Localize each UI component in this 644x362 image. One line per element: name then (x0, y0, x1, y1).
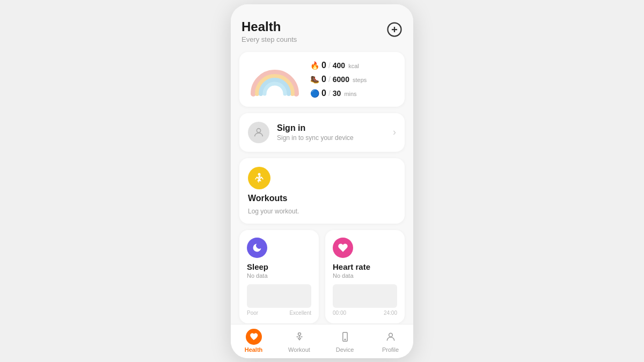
workout-card[interactable]: Workouts Log your workout. (239, 158, 405, 224)
steps-goal: 6000 (333, 75, 349, 84)
nav-item-profile[interactable]: Profile (375, 329, 407, 353)
sleep-title: Sleep (247, 262, 311, 271)
heartrate-card[interactable]: Heart rate No data 00:00 24:00 (325, 230, 405, 323)
chevron-right-icon: › (393, 127, 396, 138)
workout-title: Workouts (248, 194, 396, 203)
mins-goal: 30 (333, 89, 341, 98)
nav-item-health[interactable]: Health (238, 329, 270, 353)
svg-point-3 (257, 128, 260, 132)
health-nav-label: Health (245, 346, 263, 353)
calories-current: 0 (321, 61, 326, 70)
heartrate-title: Heart rate (333, 262, 397, 271)
heartrate-nodata: No data (333, 272, 397, 279)
sleep-chart-labels: Poor Excellent (247, 310, 311, 316)
time-icon: 🔵 (310, 89, 319, 98)
header: Health Every step counts (231, 4, 413, 52)
profile-nav-label: Profile (382, 346, 399, 353)
calories-row: 🔥 0 / 400 kcal (310, 61, 396, 70)
activity-card: 🔥 0 / 400 kcal 🥾 0 / 6000 steps 🔵 0 / (239, 52, 405, 107)
steps-current: 0 (321, 75, 326, 84)
fire-icon: 🔥 (310, 61, 319, 70)
sleep-icon-circle (247, 238, 267, 258)
device-nav-icon-wrap (337, 329, 353, 345)
nav-item-workout[interactable]: Workout (283, 329, 316, 353)
phone-container: Health Every step counts (231, 4, 413, 358)
steps-row: 🥾 0 / 6000 steps (310, 75, 396, 84)
signin-card[interactable]: Sign in Sign in to sync your device › (239, 113, 405, 152)
mins-unit: mins (344, 91, 356, 97)
heartrate-chart (333, 284, 397, 308)
sleep-nodata: No data (247, 272, 311, 279)
heartrate-label-start: 00:00 (333, 310, 346, 316)
health-icon (248, 331, 259, 342)
header-text: Health Every step counts (241, 19, 297, 43)
workout-subtitle: Log your workout. (248, 208, 396, 215)
heartrate-chart-labels: 00:00 24:00 (333, 310, 397, 316)
signin-text: Sign in Sign in to sync your device (277, 123, 385, 142)
signin-subtitle: Sign in to sync your device (277, 134, 385, 142)
sleep-chart (247, 284, 311, 308)
sleep-label-end: Excellent (289, 310, 311, 316)
heartrate-label-end: 24:00 (384, 310, 397, 316)
mins-current: 0 (321, 88, 326, 98)
sleep-card[interactable]: Sleep No data Poor Excellent (239, 230, 319, 323)
svg-point-8 (389, 333, 392, 337)
signin-title: Sign in (277, 123, 385, 133)
add-button[interactable] (386, 19, 402, 40)
profile-icon (385, 331, 396, 342)
device-icon (340, 331, 350, 342)
workout-icon-circle (248, 167, 270, 189)
profile-nav-icon-wrap (383, 329, 399, 345)
workout-nav-icon (294, 331, 305, 342)
scroll-area: Health Every step counts (231, 4, 413, 324)
device-nav-label: Device (336, 346, 354, 353)
calories-unit: kcal (348, 63, 359, 69)
heartrate-icon-circle (333, 238, 353, 258)
user-avatar (248, 122, 269, 143)
steps-unit: steps (353, 77, 367, 83)
steps-icon: 🥾 (310, 75, 319, 84)
health-nav-icon-wrap (246, 329, 262, 345)
activity-stats: 🔥 0 / 400 kcal 🥾 0 / 6000 steps 🔵 0 / (310, 61, 396, 98)
rainbow-graphic (248, 62, 302, 97)
page-subtitle: Every step counts (241, 35, 297, 43)
svg-point-7 (345, 339, 346, 340)
workout-nav-label: Workout (288, 346, 310, 353)
nav-item-device[interactable]: Device (329, 329, 361, 353)
mins-row: 🔵 0 / 30 mins (310, 88, 396, 98)
svg-point-4 (258, 173, 261, 175)
bottom-nav: Health Workout Device (231, 324, 413, 358)
two-col-cards: Sleep No data Poor Excellent Heart rate … (239, 230, 405, 323)
sleep-label-start: Poor (247, 310, 258, 316)
calories-goal: 400 (333, 61, 345, 70)
workout-nav-icon-wrap (291, 329, 308, 345)
page-title: Health (241, 19, 297, 34)
